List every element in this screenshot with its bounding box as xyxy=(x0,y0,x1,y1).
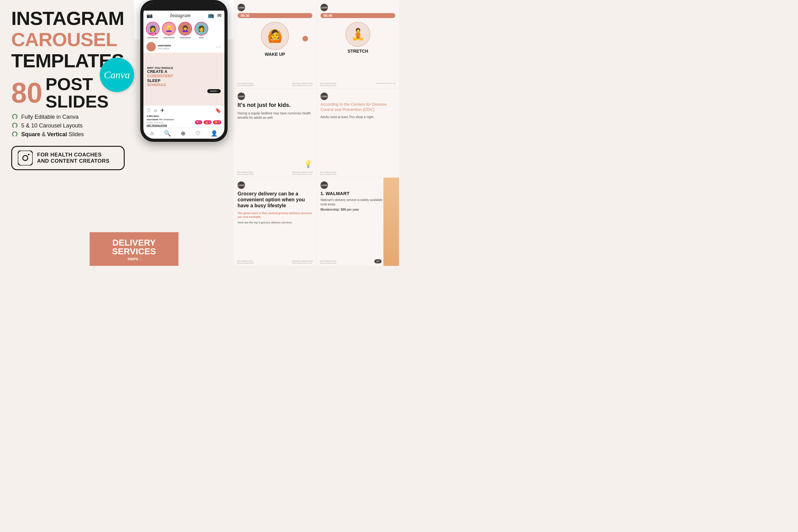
feature-text-3: Square & Vertical Slides xyxy=(21,131,84,138)
story-item-3[interactable]: 👩‍🦱 username xyxy=(178,22,192,39)
wake-insta: @yourinstagrhandle xyxy=(237,84,254,86)
post-slides: POST SLIDES xyxy=(45,75,109,110)
comment-icon[interactable]: ○ xyxy=(154,108,157,113)
post-line3: CONSISTENT xyxy=(147,74,221,78)
reaction-like: 👍 9 xyxy=(204,120,212,125)
stretch-footer: Your Name Here @yourinstagrhandle www.we… xyxy=(320,82,396,86)
delivery-title: DELIVERY xyxy=(93,239,175,247)
profile-info: username Your place xyxy=(158,44,171,50)
heart-icon[interactable]: ♡ xyxy=(147,108,151,113)
badge-text: FOR HEALTH COACHESAND CONTENT CREATORS xyxy=(37,152,109,165)
cdc-body: Adults need at least 7hrs sleep a night. xyxy=(320,115,395,119)
post-line2: CREATE A xyxy=(147,70,221,74)
tv-icon[interactable]: 📺 xyxy=(208,13,214,18)
home-nav-icon[interactable]: ⌂ xyxy=(150,130,154,137)
story-name-1: username xyxy=(147,36,158,39)
stretch-your-name: Your Name Here xyxy=(320,82,337,84)
grocery-biz-url: www.websitename.com xyxy=(292,262,313,264)
story-avatar-img-3: 👩‍🦱 xyxy=(179,22,191,35)
profile-row: username Your place ··· xyxy=(144,41,225,53)
canva-badge: Canva xyxy=(100,58,134,92)
middle-section: MY MORNING 📷 Instagram 📺 ✉ xyxy=(134,0,234,266)
walmart-logo: LOGO xyxy=(320,182,328,189)
grocery-card: LOGO Grocery delivery can be a convenien… xyxy=(234,178,316,266)
bookmark-icon[interactable]: 🔖 xyxy=(215,108,221,113)
story-avatar-4: 👩 xyxy=(194,22,208,36)
emoji-reactions: ❤ 1 👍 9 😊 5 xyxy=(195,120,221,125)
sleep-kids-insta: @yourinstagrhandle xyxy=(237,173,254,175)
feature-text-1: Fully Editable in Canva xyxy=(21,114,79,120)
stretch-circle: 🧘 xyxy=(345,22,370,47)
stretch-person-icon: 🧘 xyxy=(351,28,365,41)
post-line4: SLEEP xyxy=(147,78,221,83)
phone-inner: 📷 Instagram 📺 ✉ 👩 LIVE username xyxy=(144,3,225,139)
membership-price: $98 per year xyxy=(341,208,359,211)
more-options-icon[interactable]: ··· xyxy=(216,44,221,49)
instagram-icon xyxy=(18,151,33,166)
wake-circle-area: 🙆 xyxy=(238,22,312,50)
wake-dot xyxy=(302,36,308,41)
story-item-live[interactable]: 👩 LIVE username xyxy=(146,22,159,39)
lightbulb-icon: 💡 xyxy=(304,160,312,168)
svg-point-2 xyxy=(28,154,30,155)
stretch-circle-area: 🧘 xyxy=(320,22,395,47)
svg-rect-0 xyxy=(18,151,33,166)
grocery-biz-name: Business Name Here xyxy=(292,260,313,262)
phone-mockup: 📷 Instagram 📺 ✉ 👩 LIVE username xyxy=(140,0,228,142)
sleep-kids-heading: It's not just for kids. xyxy=(238,102,312,109)
story-name-3: username xyxy=(179,36,191,39)
caption-text: Hii! #marinad xyxy=(159,118,174,121)
grocery-your-name: Your Name Here xyxy=(237,260,254,262)
sleep-kids-your-name: Your Name Here xyxy=(237,171,254,173)
ig-bottom-badge: FOR HEALTH COACHESAND CONTENT CREATORS xyxy=(11,146,125,170)
ig-header: 📷 Instagram 📺 ✉ xyxy=(144,11,225,20)
add-nav-icon[interactable]: ⊕ xyxy=(181,130,186,137)
caption-username: username xyxy=(147,118,158,121)
leaf-icon-3 xyxy=(11,131,18,138)
ig-header-icons: 📺 ✉ xyxy=(208,13,221,18)
leaf-icon-1 xyxy=(11,113,18,120)
wake-up-logo: LOGO xyxy=(238,4,245,11)
story-item-4[interactable]: 👩 user xyxy=(194,22,208,39)
walmart-card: LOGO 1. WALMART Walmart's delivery servi… xyxy=(317,178,399,266)
cdc-footer: Your Name Here @yourinstagrhandle xyxy=(320,171,396,175)
story-avatar-live: 👩 LIVE xyxy=(146,22,159,36)
post-line5: SCHEDULE xyxy=(147,83,221,87)
grocery-insta: @yourinstagrhandle xyxy=(237,262,254,264)
share-icon[interactable]: ✈ xyxy=(160,108,164,113)
heart-nav-icon[interactable]: ♡ xyxy=(195,130,201,137)
feature-item-2: 5 & 10 Carousel Layouts xyxy=(11,122,125,129)
send-icon[interactable]: ✉ xyxy=(217,13,221,18)
swipe-btn[interactable]: SWIPE › xyxy=(207,89,221,93)
stretch-label: STRETCH xyxy=(320,49,395,54)
grocery-heading: Grocery delivery can be a convenient opt… xyxy=(238,191,312,209)
membership-label: Membership: xyxy=(320,208,340,211)
phone-outer: 📷 Instagram 📺 ✉ 👩 LIVE username xyxy=(140,0,228,142)
feature-item-1: Fully Editable in Canva xyxy=(11,113,125,120)
likes-row: 1,984 likes xyxy=(144,115,225,118)
time-ago: username Hii! #marinad 8 MINUTES AGO SEE… xyxy=(147,118,174,127)
feature-text-2: 5 & 10 Carousel Layouts xyxy=(21,122,82,129)
time-row: username Hii! #marinad 8 MINUTES AGO SEE… xyxy=(144,118,225,127)
walmart-insta: @yourinstagrhandle xyxy=(320,262,337,264)
grocery-body: Here are the top 5 grocery delivery serv… xyxy=(238,221,312,225)
stretch-card: LOGO 06:45 🧘 STRETCH Your Name Here @you… xyxy=(317,0,399,88)
wake-up-card: LOGO 06:30 🙆 WAKE UP Your Name Here @you… xyxy=(234,0,316,88)
search-nav-icon[interactable]: 🔍 xyxy=(164,130,171,137)
stretch-time-bubble: 06:45 xyxy=(320,13,395,18)
profile-nav-icon[interactable]: 👤 xyxy=(211,130,217,137)
likes-count: 1,984 likes xyxy=(147,115,159,117)
left-panel: INSTAGRAM CAROUSEL TEMPLATES 80 POST SLI… xyxy=(0,0,134,266)
svg-point-1 xyxy=(23,155,28,160)
grocery-logo: LOGO xyxy=(238,182,245,189)
grocery-subtext: The good news is that several grocery de… xyxy=(238,211,312,219)
wake-circle: 🙆 xyxy=(261,22,289,50)
sleep-kids-body: Having a regular bedtime may have numero… xyxy=(238,111,312,120)
profile-pic xyxy=(147,42,156,52)
story-name-4: user xyxy=(199,36,204,39)
story-item-2[interactable]: 👱‍♀️ username xyxy=(162,22,176,39)
live-badge: LIVE xyxy=(149,33,156,36)
delivery-area: DELIVERY SERVICES SWIPE › xyxy=(90,232,178,266)
see-translation[interactable]: SEE TRANSLATION xyxy=(147,125,174,127)
camera-icon[interactable]: 📷 xyxy=(147,13,153,18)
